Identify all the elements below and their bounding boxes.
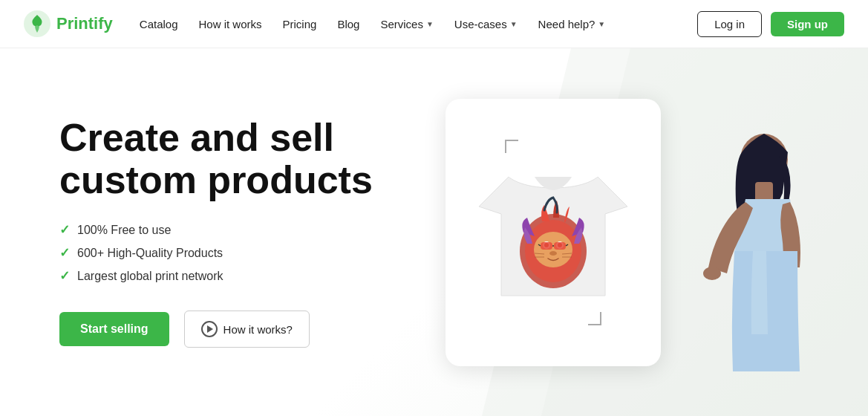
nav-actions: Log in Sign up <box>697 11 844 37</box>
logo-link[interactable]: Printify <box>24 10 113 37</box>
nav-catalog[interactable]: Catalog <box>140 18 178 30</box>
services-chevron-icon: ▼ <box>426 20 434 28</box>
start-selling-button[interactable]: Start selling <box>59 312 169 346</box>
hero-title: Create and sell custom products <box>59 117 416 201</box>
check-icon: ✓ <box>59 268 70 284</box>
hero-left: Create and sell custom products ✓ 100% F… <box>59 117 416 348</box>
svg-point-13 <box>549 251 557 256</box>
login-button[interactable]: Log in <box>697 11 762 37</box>
nav-use-cases[interactable]: Use-cases ▼ <box>454 18 518 30</box>
nav-links: Catalog How it works Pricing Blog Servic… <box>140 18 697 30</box>
use-cases-chevron-icon: ▼ <box>510 20 518 28</box>
svg-point-3 <box>534 232 572 267</box>
logo-text: Printify <box>56 14 113 33</box>
feature-item: ✓ 600+ High-Quality Products <box>59 245 416 261</box>
tshirt-svg <box>479 147 627 318</box>
hero-section: Create and sell custom products ✓ 100% F… <box>0 48 868 416</box>
hero-buttons: Start selling How it works? <box>59 311 416 348</box>
signup-button[interactable]: Sign up <box>771 12 844 36</box>
nav-need-help[interactable]: Need help? ▼ <box>538 18 606 30</box>
check-icon: ✓ <box>59 222 70 238</box>
navbar: Printify Catalog How it works Pricing Bl… <box>0 0 868 48</box>
svg-point-16 <box>703 267 721 280</box>
crop-corner-tl <box>505 140 518 153</box>
crop-corner-br <box>588 312 601 325</box>
hero-right <box>416 48 809 416</box>
hero-features: ✓ 100% Free to use ✓ 600+ High-Quality P… <box>59 222 416 284</box>
product-mockup-card <box>446 99 661 366</box>
nav-blog[interactable]: Blog <box>337 18 359 30</box>
feature-item: ✓ Largest global print network <box>59 268 416 284</box>
how-it-works-button[interactable]: How it works? <box>184 311 310 348</box>
check-icon: ✓ <box>59 245 70 261</box>
nav-how-it-works[interactable]: How it works <box>199 18 262 30</box>
tshirt-container <box>460 117 646 348</box>
woman-figure-illustration <box>668 119 831 416</box>
play-icon <box>201 321 218 337</box>
nav-services[interactable]: Services ▼ <box>380 18 433 30</box>
logo-icon <box>24 10 50 37</box>
svg-rect-8 <box>541 242 552 250</box>
play-triangle-icon <box>207 325 213 333</box>
need-help-chevron-icon: ▼ <box>598 20 605 28</box>
feature-item: ✓ 100% Free to use <box>59 222 416 238</box>
svg-rect-9 <box>554 242 566 250</box>
nav-pricing[interactable]: Pricing <box>283 18 317 30</box>
